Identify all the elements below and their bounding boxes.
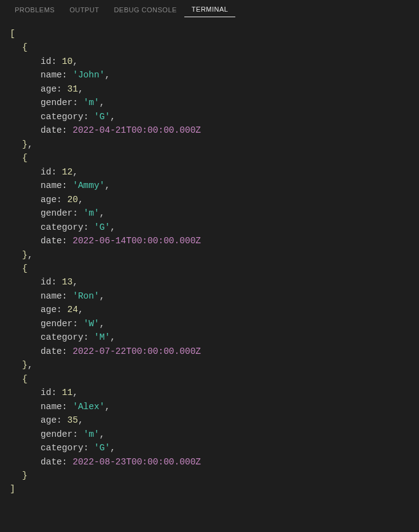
prop-id: id: 11, xyxy=(10,386,409,399)
prop-name: name: 'Ammy', xyxy=(10,179,409,192)
object-open: { xyxy=(10,372,409,386)
prop-age: age: 31, xyxy=(10,82,409,96)
prop-category: category: 'G', xyxy=(10,221,409,234)
prop-name: name: 'Ron', xyxy=(10,289,409,303)
object-close: } xyxy=(10,469,409,482)
object-open: { xyxy=(10,151,409,165)
prop-date: date: 2022-04-21T00:00:00.000Z xyxy=(10,123,409,137)
prop-age: age: 20, xyxy=(10,193,409,206)
object-close: }, xyxy=(10,248,409,262)
prop-gender: gender: 'm', xyxy=(10,206,409,220)
prop-category: category: 'G', xyxy=(10,110,409,123)
prop-id: id: 12, xyxy=(10,165,409,179)
tab-output[interactable]: OUTPUT xyxy=(62,2,106,17)
prop-gender: gender: 'W', xyxy=(10,317,409,331)
prop-id: id: 13, xyxy=(10,275,409,289)
prop-age: age: 24, xyxy=(10,303,409,316)
prop-name: name: 'Alex', xyxy=(10,400,409,413)
object-close: }, xyxy=(10,138,409,151)
object-open: { xyxy=(10,262,409,275)
prop-date: date: 2022-06-14T00:00:00.000Z xyxy=(10,234,409,248)
tab-terminal[interactable]: TERMINAL xyxy=(184,2,236,17)
array-close: ] xyxy=(10,482,409,496)
prop-category: category: 'M', xyxy=(10,331,409,344)
prop-id: id: 10, xyxy=(10,55,409,68)
prop-name: name: 'John', xyxy=(10,68,409,82)
prop-age: age: 35, xyxy=(10,413,409,427)
object-open: { xyxy=(10,41,409,54)
array-open: [ xyxy=(10,27,409,41)
prop-date: date: 2022-08-23T00:00:00.000Z xyxy=(10,455,409,469)
tab-problems[interactable]: PROBLEMS xyxy=(7,2,62,17)
prop-category: category: 'G', xyxy=(10,441,409,455)
panel-tabs: PROBLEMS OUTPUT DEBUG CONSOLE TERMINAL xyxy=(0,0,419,20)
prop-date: date: 2022-07-22T00:00:00.000Z xyxy=(10,345,409,358)
prop-gender: gender: 'm', xyxy=(10,96,409,109)
object-close: }, xyxy=(10,358,409,372)
terminal-output[interactable]: [ { id: 10, name: 'John', age: 31, gende… xyxy=(0,20,419,504)
prop-gender: gender: 'm', xyxy=(10,428,409,441)
tab-debug-console[interactable]: DEBUG CONSOLE xyxy=(106,2,184,17)
